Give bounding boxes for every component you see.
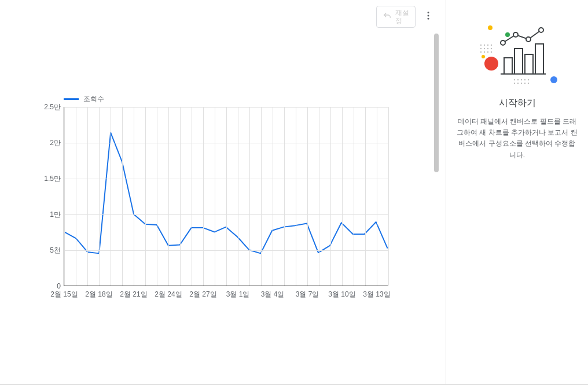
report-canvas[interactable]: 재설정 조회수 05천1만1.5만2만2.5만2월 15일2월 18일2월 21… (0, 0, 440, 385)
svg-point-36 (513, 32, 518, 37)
svg-point-16 (480, 51, 481, 53)
y-axis-label: 1.5만 (35, 174, 61, 184)
svg-point-13 (483, 48, 484, 49)
gridline-v (157, 107, 157, 286)
gridline-v (284, 107, 285, 286)
gridline-v (354, 107, 354, 286)
gridline-v (168, 107, 169, 286)
svg-point-15 (490, 48, 491, 49)
plot-wrapper: 05천1만1.5만2만2.5만2월 15일2월 18일2월 21일2월 24일2… (35, 107, 417, 286)
scrollbar[interactable] (433, 34, 440, 380)
scrollbar-thumb[interactable] (434, 34, 439, 172)
gridline-v (111, 107, 111, 286)
x-axis-label: 3월 7일 (296, 290, 319, 299)
svg-point-5 (482, 55, 485, 58)
svg-point-20 (513, 79, 514, 80)
svg-point-0 (428, 12, 429, 13)
svg-point-28 (524, 83, 525, 84)
legend-label: 조회수 (83, 94, 104, 104)
side-panel: 시작하기 데이터 패널에서 캔버스로 필드를 드래그하여 새 차트를 추가하거나… (446, 0, 588, 385)
gridline-v (342, 107, 343, 286)
gridline-v (273, 107, 273, 286)
svg-rect-33 (525, 54, 533, 74)
svg-rect-31 (504, 58, 512, 74)
svg-point-19 (490, 51, 491, 53)
gridline-v (180, 107, 181, 286)
x-axis-label: 3월 13일 (363, 290, 390, 299)
gridline-v (319, 107, 319, 286)
svg-point-12 (480, 48, 481, 49)
more-options-button[interactable] (420, 9, 436, 25)
get-started-illustration (474, 17, 561, 87)
gridline-v (122, 107, 123, 286)
svg-point-9 (483, 45, 484, 46)
svg-point-17 (483, 51, 484, 53)
y-axis-label: 2.5만 (35, 102, 61, 112)
svg-point-29 (527, 83, 528, 84)
gridline-v (226, 107, 227, 286)
svg-rect-34 (535, 44, 543, 74)
gridline-v (307, 107, 308, 286)
svg-point-21 (517, 79, 518, 80)
x-axis-label: 2월 15일 (50, 290, 78, 299)
chart-card[interactable]: 조회수 05천1만1.5만2만2.5만2월 15일2월 18일2월 21일2월 … (0, 35, 428, 358)
svg-point-37 (526, 37, 531, 42)
side-panel-description: 데이터 패널에서 캔버스로 필드를 드래그하여 새 차트를 추가하거나 보고서 … (446, 116, 588, 161)
reset-button[interactable]: 재설정 (376, 6, 416, 28)
undo-icon (383, 12, 395, 23)
svg-point-2 (428, 18, 429, 20)
gridline-v (134, 107, 134, 286)
svg-point-7 (550, 76, 557, 83)
gridline-v (99, 107, 100, 286)
svg-point-27 (520, 83, 521, 84)
y-axis-label: 2만 (35, 138, 61, 148)
y-axis-label: 5천 (35, 246, 61, 256)
svg-rect-32 (514, 49, 523, 74)
y-axis-label: 0 (35, 282, 61, 290)
gridline-v (330, 107, 331, 286)
side-panel-title: 시작하기 (499, 97, 536, 109)
gridline-h (64, 107, 388, 108)
svg-point-23 (524, 79, 525, 80)
gridline-v (215, 107, 215, 286)
gridline-v (64, 107, 65, 286)
svg-point-25 (513, 83, 514, 84)
svg-point-38 (539, 28, 543, 32)
gridline-h (64, 143, 388, 143)
svg-point-14 (487, 48, 488, 49)
gridline-h (64, 179, 388, 179)
svg-point-22 (520, 79, 521, 80)
gridline-v (87, 107, 88, 286)
x-axis-label: 3월 10일 (328, 290, 355, 299)
gridline-v (365, 107, 366, 286)
gridline-h (64, 250, 388, 251)
y-axis-label: 1만 (35, 210, 61, 220)
gridline-v (203, 107, 204, 286)
gridline-v (388, 107, 389, 286)
x-axis-label: 2월 18일 (85, 290, 112, 299)
toolbar: 재설정 (376, 6, 436, 28)
x-axis-label: 2월 27일 (189, 290, 216, 299)
legend-swatch (64, 98, 79, 100)
svg-point-11 (490, 45, 491, 46)
x-axis-label: 2월 21일 (120, 290, 147, 299)
svg-point-3 (488, 25, 493, 30)
svg-point-1 (428, 15, 429, 17)
svg-point-8 (480, 45, 481, 46)
gridline-h (64, 214, 388, 215)
svg-point-4 (505, 32, 510, 37)
gridline-v (249, 107, 250, 286)
chart-legend: 조회수 (64, 94, 104, 104)
svg-point-35 (501, 40, 505, 45)
gridline-v (76, 107, 76, 286)
x-axis-label: 3월 4일 (261, 290, 285, 299)
gridline-v (192, 107, 192, 286)
gridline-v (296, 107, 296, 286)
gridline-v (238, 107, 238, 286)
svg-point-24 (527, 79, 528, 80)
svg-point-26 (517, 83, 518, 84)
plot-area: 05천1만1.5만2만2.5만2월 15일2월 18일2월 21일2월 24일2… (64, 107, 388, 286)
gridline-v (377, 107, 377, 286)
more-vert-icon (423, 10, 433, 23)
svg-point-18 (487, 51, 488, 53)
